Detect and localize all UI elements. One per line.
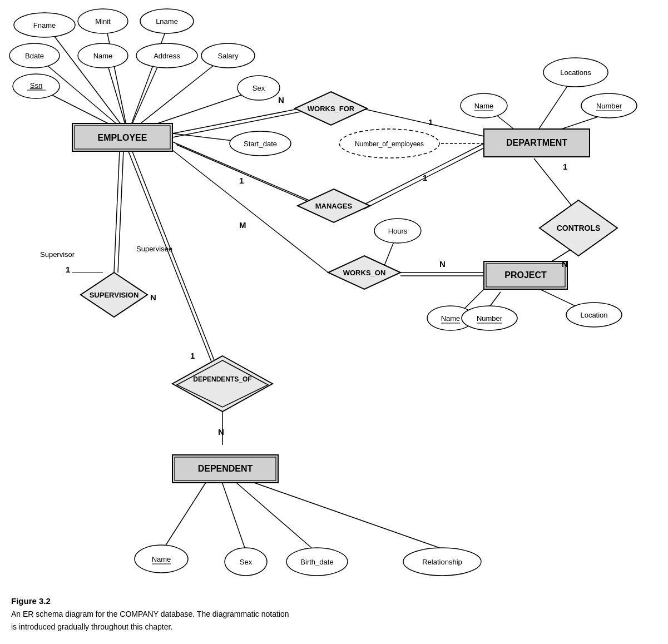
locations-label: Locations — [560, 68, 591, 77]
ssn-label: Ssn — [30, 81, 42, 90]
dep-relationship-label: Relationship — [422, 558, 462, 566]
works-on-n: N — [439, 259, 446, 269]
works-for-n: N — [278, 95, 284, 105]
supervision-label: SUPERVISION — [90, 291, 139, 299]
works-for-1: 1 — [428, 117, 433, 127]
caption-line1: An ER schema diagram for the COMPANY dat… — [11, 608, 289, 620]
emp-name-label: Name — [93, 52, 113, 60]
manages-1a: 1 — [239, 176, 244, 185]
dep-birthdate-label: Birth_date — [300, 558, 333, 566]
address-label: Address — [154, 52, 180, 60]
manages-label: MANAGES — [315, 202, 353, 210]
dependents-of-n: N — [218, 427, 224, 437]
hours-label: Hours — [388, 227, 408, 235]
start-date-label: Start_date — [244, 140, 277, 148]
controls-n: N — [562, 259, 568, 269]
controls-1: 1 — [563, 162, 567, 171]
works-on-m: M — [239, 220, 246, 230]
manages-1b: 1 — [423, 173, 427, 182]
supervisor-label: Supervisor — [40, 250, 75, 259]
dept-name-label: Name — [474, 102, 494, 110]
supervisee-label: Supervisee — [136, 245, 172, 253]
svg-line-21 — [172, 150, 328, 273]
svg-line-26 — [384, 239, 395, 267]
svg-line-34 — [132, 150, 215, 361]
minit-label: Minit — [95, 17, 111, 26]
employee-label: EMPLOYEE — [98, 133, 147, 142]
dependents-of-label: DEPENDENTS_OF — [193, 375, 251, 383]
svg-line-5 — [128, 58, 161, 133]
proj-location-label: Location — [580, 311, 607, 319]
dependent-label: DEPENDENT — [198, 464, 253, 473]
bdate-label: Bdate — [25, 52, 44, 60]
proj-number-label: Number — [477, 314, 503, 323]
supervision-n: N — [150, 293, 156, 302]
er-diagram-container: EMPLOYEE DEPARTMENT PROJECT DEPENDENT WO… — [0, 0, 668, 601]
dep-name-label: Name — [152, 555, 171, 563]
salary-label: Salary — [218, 52, 239, 60]
caption-line2: is introduced gradually throughout this … — [11, 621, 289, 633]
project-label: PROJECT — [504, 270, 547, 280]
er-diagram-svg: EMPLOYEE DEPARTMENT PROJECT DEPENDENT WO… — [0, 0, 668, 601]
dependents-of-1: 1 — [190, 351, 195, 360]
svg-line-10 — [172, 112, 300, 137]
emp-sex-label: Sex — [253, 84, 265, 92]
svg-line-33 — [128, 150, 211, 361]
figure-caption: Figure 3.2 An ER schema diagram for the … — [11, 595, 289, 633]
svg-line-4 — [106, 58, 128, 133]
figure-title: Figure 3.2 — [11, 595, 289, 608]
svg-line-39 — [234, 475, 439, 548]
dependents-of-diamond — [172, 356, 273, 412]
works-for-label: WORKS_FOR — [308, 105, 355, 113]
works-on-label: WORKS_ON — [343, 269, 386, 277]
department-label: DEPARTMENT — [506, 138, 567, 147]
num-employees-label: Number_of_employees — [355, 140, 424, 148]
supervision-1: 1 — [66, 265, 70, 274]
fname-label: Fname — [33, 21, 56, 29]
dep-sex-label: Sex — [240, 558, 253, 566]
controls-label: CONTROLS — [557, 224, 601, 232]
svg-line-36 — [164, 474, 211, 548]
proj-name-label: Name — [441, 314, 461, 323]
dept-number-label: Number — [596, 102, 622, 110]
lname-label: Lname — [156, 17, 178, 26]
